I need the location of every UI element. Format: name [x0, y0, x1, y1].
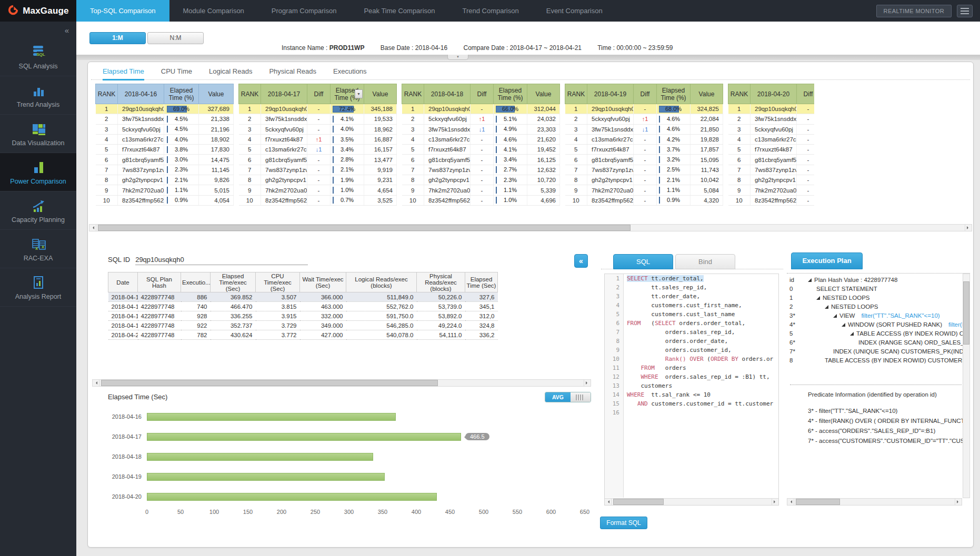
- table-row[interactable]: 129qp10usqkqh069.0%327,689: [96, 104, 234, 114]
- table-row[interactable]: 108z3542ffmp562-0.7%3,525: [239, 195, 397, 205]
- detail-column-header[interactable]: Physical Reads/exec (blocks): [417, 272, 465, 292]
- plan-vertical-scrollbar[interactable]: [963, 274, 970, 498]
- detail-row[interactable]: 2018-04-164228977748886369.8523.507366.0…: [108, 292, 498, 302]
- table-row[interactable]: 4c13sma6rkr27c4.0%18,902: [96, 134, 234, 144]
- plan-tree-row[interactable]: INDEX (UNIQUE SCAN) CUSTOMERS_PK(INDEX: [808, 347, 962, 356]
- nav-tab-trend-comparison[interactable]: Trend Comparison: [449, 0, 533, 22]
- plan-tree-row[interactable]: SELECT STATEMENT: [808, 285, 962, 294]
- column-header[interactable]: Elapsed Time (%): [657, 84, 691, 104]
- realtime-monitor-button[interactable]: REALTIME MONITOR: [876, 5, 952, 17]
- sql-id-cell[interactable]: 3fw75k1snsddx: [587, 124, 634, 134]
- table-row[interactable]: 108z3542ffmp562-: [728, 195, 815, 205]
- sql-id-cell[interactable]: 7hk2m2702ua0g: [587, 185, 634, 195]
- scrollbar-thumb[interactable]: [101, 380, 438, 386]
- column-header[interactable]: 2018-04-20: [751, 84, 797, 104]
- plan-tree-row[interactable]: WINDOW (SORT PUSHED RANK)filter(R: [808, 320, 962, 329]
- table-row[interactable]: 97hk2m2702ua0g-1.0%4,654: [239, 185, 397, 195]
- sql-id-cell[interactable]: gh2g2tynpcpv1: [424, 175, 471, 185]
- column-header[interactable]: Elapsed Time (%)▼: [331, 84, 364, 104]
- sql-id-cell[interactable]: 5ckxyqfvu60pj: [587, 114, 634, 124]
- table-row[interactable]: 4c13sma6rkr27c-: [728, 134, 815, 144]
- tree-expand-icon[interactable]: [833, 314, 837, 318]
- table-row[interactable]: 35ckxyqfvu60pj-4.0%18,962: [239, 124, 397, 134]
- sql-id-cell[interactable]: 5ckxyqfvu60pj: [118, 124, 164, 134]
- table-row[interactable]: 77ws837zynp1zv-2.1%9,919: [239, 165, 397, 175]
- table-row[interactable]: 97hk2m2702ua0g-1.1%5,339: [402, 185, 560, 195]
- table-row[interactable]: 33fw75k1snsddx↓14.9%23,303: [402, 124, 560, 134]
- table-row[interactable]: 97hk2m2702ua0g-1.1%5,084: [565, 185, 723, 195]
- sql-id-cell[interactable]: 8z3542ffmp562: [424, 195, 471, 205]
- table-row[interactable]: 25ckxyqfvu60pj↑15.1%24,032: [402, 114, 560, 124]
- table-row[interactable]: 108z3542ffmp5620.9%4,054: [96, 195, 234, 205]
- sql-id-cell[interactable]: 5ckxyqfvu60pj: [424, 114, 471, 124]
- plan-tree-row[interactable]: Plan Hash Value : 4228977748: [808, 276, 962, 285]
- column-header[interactable]: Elapsed Time (%): [494, 84, 527, 104]
- sql-id-cell[interactable]: 7ws837zynp1zv: [587, 165, 634, 175]
- table-row[interactable]: 8gh2g2tynpcpv1-: [728, 175, 815, 185]
- sql-id-cell[interactable]: 8z3542ffmp562: [587, 195, 634, 205]
- mode-1m-button[interactable]: 1:M: [89, 32, 146, 44]
- table-row[interactable]: 35ckxyqfvu60pj4.5%21,196: [96, 124, 234, 134]
- tree-expand-icon[interactable]: [825, 305, 828, 309]
- plan-tree-row[interactable]: VIEWfilter("TT"."SAL_RANK"<=10): [808, 311, 962, 320]
- metric-tab-cpu-time[interactable]: CPU Time: [161, 67, 192, 80]
- column-header[interactable]: 2018-04-19: [587, 84, 634, 104]
- column-header[interactable]: RANK: [728, 84, 751, 104]
- scroll-right-icon[interactable]: [955, 499, 962, 505]
- scroll-right-icon[interactable]: [965, 225, 972, 231]
- avg-toggle[interactable]: AVG: [545, 392, 591, 402]
- nav-tab-program-comparison[interactable]: Program Comparison: [258, 0, 351, 22]
- plan-horizontal-scrollbar[interactable]: [787, 498, 962, 506]
- table-row[interactable]: 77ws837zynp1zv2.3%11,145: [96, 165, 234, 175]
- column-header[interactable]: Value: [691, 84, 723, 104]
- sidebar-item-power-comparison[interactable]: Power Comparison: [0, 153, 76, 191]
- table-row[interactable]: 5f7rxuxzt64k873.8%17,830: [96, 145, 234, 155]
- column-header[interactable]: 2018-04-18: [424, 84, 471, 104]
- code-horizontal-scrollbar[interactable]: [604, 498, 779, 506]
- detail-horizontal-scrollbar[interactable]: [92, 379, 591, 387]
- scroll-left-icon[interactable]: [89, 225, 96, 231]
- sql-id-cell[interactable]: 7ws837zynp1zv: [424, 165, 471, 175]
- detail-row[interactable]: 2018-04-184228977748928336.2553.915332.0…: [108, 311, 498, 321]
- tree-expand-icon[interactable]: [850, 332, 854, 336]
- scroll-right-icon[interactable]: [584, 380, 591, 386]
- column-header[interactable]: RANK: [565, 84, 587, 104]
- table-row[interactable]: 129qp10usqkqh0-66.0%312,044: [402, 104, 560, 114]
- sql-panel-tab-bind[interactable]: Bind: [675, 254, 735, 269]
- chart-bar[interactable]: [147, 453, 373, 461]
- column-header[interactable]: RANK: [402, 84, 424, 104]
- table-row[interactable]: 6g81cbrq5yamf5-2.8%13,477: [239, 155, 397, 165]
- sql-id-cell[interactable]: 29qp10usqkqh0: [261, 104, 307, 114]
- sql-id-cell[interactable]: 7hk2m2702ua0g: [118, 185, 164, 195]
- table-row[interactable]: 5f7rxuxzt64k87-: [728, 145, 815, 155]
- column-header[interactable]: Value: [527, 84, 560, 104]
- table-row[interactable]: 8gh2g2tynpcpv1-2.1%10,042: [565, 175, 723, 185]
- detail-column-header[interactable]: SQL Plan Hash: [138, 272, 181, 292]
- plan-tree-row[interactable]: INDEX (RANGE SCAN) ORD_SALES_RE: [808, 338, 962, 347]
- detail-column-header[interactable]: Logical Reads/exec (blocks): [346, 272, 417, 292]
- table-row[interactable]: 25ckxyqfvu60pj↑14.6%22,084: [565, 114, 723, 124]
- sql-id-cell[interactable]: 8z3542ffmp562: [118, 195, 164, 205]
- collapse-detail-button[interactable]: «: [574, 254, 588, 268]
- table-row[interactable]: 6g81cbrq5yamf5-3.2%15,095: [565, 155, 723, 165]
- sql-id-cell[interactable]: gh2g2tynpcpv1: [587, 175, 634, 185]
- sql-id-cell[interactable]: gh2g2tynpcpv1: [261, 175, 307, 185]
- sql-id-cell[interactable]: c13sma6rkr27c: [424, 134, 471, 144]
- sql-id-cell[interactable]: f7rxuxzt64k87: [424, 145, 471, 155]
- table-row[interactable]: 8gh2g2tynpcpv1-1.9%9,231: [239, 175, 397, 185]
- sql-id-cell[interactable]: 7ws837zynp1zv: [261, 165, 307, 175]
- sidebar-item-capacity-planning[interactable]: Capacity Planning: [0, 191, 76, 230]
- sql-id-cell[interactable]: c13sma6rkr27c: [118, 134, 164, 144]
- tree-expand-icon[interactable]: [816, 296, 820, 300]
- sql-id-cell[interactable]: 3fw75k1snsddx: [424, 124, 471, 134]
- sql-id-cell[interactable]: 3fw75k1snsddx: [261, 114, 307, 124]
- sql-id-cell[interactable]: f7rxuxzt64k87: [587, 145, 634, 155]
- sql-id-cell[interactable]: g81cbrq5yamf5: [118, 155, 164, 165]
- table-row[interactable]: 6g81cbrq5yamf53.0%14,475: [96, 155, 234, 165]
- scroll-left-icon[interactable]: [93, 380, 99, 386]
- tree-expand-icon[interactable]: [842, 323, 845, 327]
- table-row[interactable]: 108z3542ffmp562-0.9%4,320: [565, 195, 723, 205]
- column-header[interactable]: RANK: [96, 84, 118, 104]
- hamburger-menu-icon[interactable]: [957, 5, 973, 17]
- column-header[interactable]: Diff: [471, 84, 494, 104]
